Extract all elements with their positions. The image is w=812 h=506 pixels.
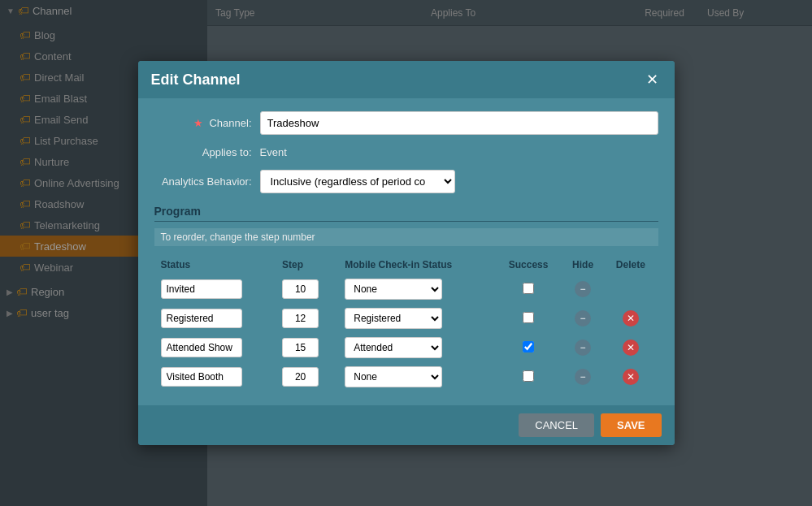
status-input-visited[interactable]: [161, 367, 242, 387]
modal-footer: CANCEL SAVE: [138, 405, 675, 445]
mobile-cell: None Registered Attended: [340, 334, 494, 361]
th-mobile-checkin: Mobile Check-in Status: [340, 256, 494, 274]
step-cell: [277, 363, 338, 391]
analytics-label: Analytics Behavior:: [154, 175, 252, 188]
success-checkbox-visited[interactable]: [523, 370, 534, 382]
hide-cell: −: [562, 305, 603, 332]
table-row: None Registered Attended −: [156, 334, 657, 361]
mobile-select-invited[interactable]: None Registered Attended: [345, 279, 442, 300]
mobile-cell: None Registered Attended: [340, 275, 494, 303]
program-section: Program To reorder, change the step numb…: [154, 205, 658, 392]
edit-channel-modal: Edit Channel ✕ ★ Channel: Applies to: Ev…: [138, 61, 675, 445]
applies-to-label: Applies to:: [154, 146, 252, 158]
mobile-select-registered[interactable]: None Registered Attended: [345, 308, 442, 329]
status-cell: [156, 305, 276, 332]
step-input-registered[interactable]: [282, 309, 319, 328]
th-status: Status: [156, 256, 276, 274]
program-label: Program: [154, 205, 658, 222]
required-star: ★: [193, 117, 203, 129]
delete-button-attended[interactable]: ✕: [623, 339, 639, 356]
modal-overlay: Edit Channel ✕ ★ Channel: Applies to: Ev…: [0, 0, 812, 506]
table-row: None Registered Attended −: [156, 363, 657, 391]
applies-to-value: Event: [260, 146, 287, 158]
cancel-button[interactable]: CANCEL: [519, 413, 594, 437]
hide-button-attended[interactable]: −: [575, 339, 591, 356]
mobile-select-attended[interactable]: None Registered Attended: [345, 337, 442, 358]
success-cell: [496, 363, 561, 391]
status-table: Status Step Mobile Check-in Status Succe…: [154, 254, 658, 392]
status-input-attended[interactable]: [161, 338, 242, 357]
status-cell: [156, 363, 276, 391]
success-cell: [496, 275, 561, 303]
hide-button-registered[interactable]: −: [575, 310, 591, 327]
modal-title: Edit Channel: [151, 71, 241, 89]
delete-button-registered[interactable]: ✕: [623, 310, 639, 327]
success-checkbox-invited[interactable]: [523, 283, 534, 294]
save-button[interactable]: SAVE: [601, 413, 661, 437]
hide-cell: −: [562, 275, 603, 303]
delete-cell: ✕: [605, 363, 656, 391]
channel-label: ★ Channel:: [154, 117, 252, 129]
analytics-select[interactable]: Inclusive (regardless of period co: [260, 170, 455, 193]
delete-cell: [605, 275, 656, 303]
status-input-registered[interactable]: [161, 309, 242, 328]
status-table-body: None Registered Attended −: [156, 275, 657, 391]
status-input-invited[interactable]: [161, 279, 242, 299]
status-header-row: Status Step Mobile Check-in Status Succe…: [156, 256, 657, 274]
delete-cell: ✕: [605, 305, 656, 332]
modal-body: ★ Channel: Applies to: Event Analytics B…: [138, 98, 675, 405]
hide-button-visited[interactable]: −: [575, 369, 591, 385]
th-step: Step: [277, 256, 338, 274]
success-checkbox-attended[interactable]: [523, 341, 534, 352]
hide-cell: −: [562, 334, 603, 361]
th-success: Success: [496, 256, 561, 274]
step-input-invited[interactable]: [282, 279, 319, 299]
step-cell: [277, 334, 338, 361]
status-cell: [156, 334, 276, 361]
table-row: None Registered Attended −: [156, 275, 657, 303]
success-cell: [496, 334, 561, 361]
mobile-cell: None Registered Attended: [340, 363, 494, 391]
hide-button-invited[interactable]: −: [575, 281, 591, 297]
channel-field-row: ★ Channel:: [154, 111, 658, 135]
success-checkbox-registered[interactable]: [523, 312, 534, 323]
status-cell: [156, 275, 276, 303]
mobile-select-visited[interactable]: None Registered Attended: [345, 366, 442, 387]
th-delete: Delete: [605, 256, 656, 274]
step-cell: [277, 275, 338, 303]
step-input-attended[interactable]: [282, 338, 319, 357]
channel-input[interactable]: [260, 111, 658, 135]
hide-cell: −: [562, 363, 603, 391]
reorder-hint: To reorder, change the step number: [154, 228, 658, 246]
delete-cell: ✕: [605, 334, 656, 361]
success-cell: [496, 305, 561, 332]
mobile-cell: None Registered Attended: [340, 305, 494, 332]
step-input-visited[interactable]: [282, 367, 319, 387]
analytics-row: Analytics Behavior: Inclusive (regardles…: [154, 170, 658, 193]
modal-close-button[interactable]: ✕: [643, 71, 662, 89]
delete-button-visited[interactable]: ✕: [623, 369, 639, 385]
table-row: None Registered Attended −: [156, 305, 657, 332]
modal-header: Edit Channel ✕: [138, 61, 675, 98]
th-hide: Hide: [562, 256, 603, 274]
applies-to-row: Applies to: Event: [154, 146, 658, 158]
step-cell: [277, 305, 338, 332]
status-table-head: Status Step Mobile Check-in Status Succe…: [156, 256, 657, 274]
